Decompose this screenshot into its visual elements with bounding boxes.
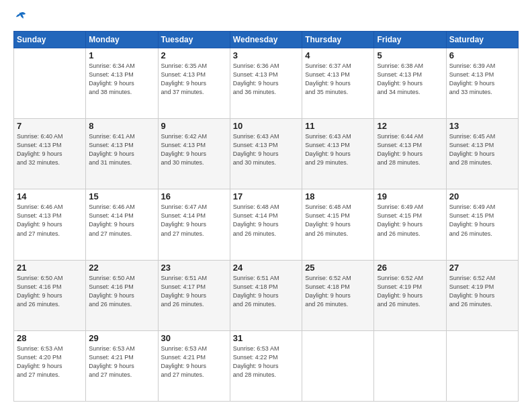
day-info: Sunrise: 6:41 AM Sunset: 4:13 PM Dayligh… — [89, 132, 154, 167]
calendar-cell: 17Sunrise: 6:48 AM Sunset: 4:14 PM Dayli… — [230, 189, 302, 260]
day-number: 21 — [17, 263, 83, 273]
day-number: 26 — [377, 263, 443, 273]
calendar-cell: 11Sunrise: 6:43 AM Sunset: 4:13 PM Dayli… — [302, 119, 374, 189]
day-info: Sunrise: 6:50 AM Sunset: 4:16 PM Dayligh… — [89, 274, 154, 309]
day-info: Sunrise: 6:46 AM Sunset: 4:13 PM Dayligh… — [17, 203, 83, 238]
calendar-cell: 13Sunrise: 6:45 AM Sunset: 4:13 PM Dayli… — [446, 119, 518, 189]
column-header-sunday: Sunday — [14, 32, 86, 48]
calendar-cell: 23Sunrise: 6:51 AM Sunset: 4:17 PM Dayli… — [158, 260, 230, 330]
calendar-cell: 5Sunrise: 6:38 AM Sunset: 4:13 PM Daylig… — [374, 48, 446, 119]
day-info: Sunrise: 6:43 AM Sunset: 4:13 PM Dayligh… — [233, 132, 299, 167]
calendar-cell: 21Sunrise: 6:50 AM Sunset: 4:16 PM Dayli… — [14, 260, 86, 330]
day-number: 14 — [17, 191, 83, 201]
day-number: 15 — [89, 191, 154, 201]
calendar-cell: 15Sunrise: 6:46 AM Sunset: 4:14 PM Dayli… — [86, 189, 158, 260]
day-info: Sunrise: 6:53 AM Sunset: 4:22 PM Dayligh… — [233, 345, 299, 379]
day-info: Sunrise: 6:39 AM Sunset: 4:13 PM Dayligh… — [449, 62, 515, 97]
day-number: 29 — [89, 333, 154, 343]
day-number: 18 — [305, 191, 371, 201]
day-info: Sunrise: 6:34 AM Sunset: 4:13 PM Dayligh… — [89, 62, 154, 97]
day-number: 2 — [161, 50, 227, 60]
calendar-cell: 25Sunrise: 6:52 AM Sunset: 4:18 PM Dayli… — [302, 260, 374, 330]
day-info: Sunrise: 6:51 AM Sunset: 4:17 PM Dayligh… — [161, 274, 227, 309]
calendar-cell — [302, 330, 374, 401]
day-info: Sunrise: 6:44 AM Sunset: 4:13 PM Dayligh… — [377, 132, 443, 167]
day-number: 22 — [89, 263, 154, 273]
week-row-4: 21Sunrise: 6:50 AM Sunset: 4:16 PM Dayli… — [14, 260, 519, 330]
calendar-cell: 2Sunrise: 6:35 AM Sunset: 4:13 PM Daylig… — [158, 48, 230, 119]
column-header-monday: Monday — [86, 32, 158, 48]
day-number: 16 — [161, 191, 227, 201]
day-info: Sunrise: 6:40 AM Sunset: 4:13 PM Dayligh… — [17, 132, 83, 167]
day-number: 6 — [449, 50, 515, 60]
day-info: Sunrise: 6:49 AM Sunset: 4:15 PM Dayligh… — [449, 203, 515, 238]
calendar-cell: 10Sunrise: 6:43 AM Sunset: 4:13 PM Dayli… — [230, 119, 302, 189]
day-number: 20 — [449, 191, 515, 201]
calendar-cell: 12Sunrise: 6:44 AM Sunset: 4:13 PM Dayli… — [374, 119, 446, 189]
day-info: Sunrise: 6:48 AM Sunset: 4:14 PM Dayligh… — [233, 203, 299, 238]
day-info: Sunrise: 6:49 AM Sunset: 4:15 PM Dayligh… — [377, 203, 443, 238]
day-number: 25 — [305, 263, 371, 273]
day-number: 11 — [305, 121, 371, 131]
calendar-cell: 16Sunrise: 6:47 AM Sunset: 4:14 PM Dayli… — [158, 189, 230, 260]
calendar-cell — [14, 48, 86, 119]
calendar-cell: 6Sunrise: 6:39 AM Sunset: 4:13 PM Daylig… — [446, 48, 518, 119]
calendar-cell: 1Sunrise: 6:34 AM Sunset: 4:13 PM Daylig… — [86, 48, 158, 119]
day-number: 8 — [89, 121, 154, 131]
day-info: Sunrise: 6:35 AM Sunset: 4:13 PM Dayligh… — [161, 62, 227, 97]
calendar-cell: 29Sunrise: 6:53 AM Sunset: 4:21 PM Dayli… — [86, 330, 158, 401]
day-info: Sunrise: 6:48 AM Sunset: 4:15 PM Dayligh… — [305, 203, 371, 238]
day-info: Sunrise: 6:53 AM Sunset: 4:21 PM Dayligh… — [161, 345, 227, 379]
day-number: 23 — [161, 263, 227, 273]
day-number: 12 — [377, 121, 443, 131]
week-row-1: 1Sunrise: 6:34 AM Sunset: 4:13 PM Daylig… — [14, 48, 519, 119]
day-number: 17 — [233, 191, 299, 201]
calendar-cell: 9Sunrise: 6:42 AM Sunset: 4:13 PM Daylig… — [158, 119, 230, 189]
calendar-table: SundayMondayTuesdayWednesdayThursdayFrid… — [13, 31, 519, 402]
header — [13, 12, 519, 24]
day-number: 31 — [233, 333, 299, 343]
calendar-cell: 18Sunrise: 6:48 AM Sunset: 4:15 PM Dayli… — [302, 189, 374, 260]
day-number: 4 — [305, 50, 371, 60]
calendar-cell: 31Sunrise: 6:53 AM Sunset: 4:22 PM Dayli… — [230, 330, 302, 401]
day-info: Sunrise: 6:47 AM Sunset: 4:14 PM Dayligh… — [161, 203, 227, 238]
column-header-wednesday: Wednesday — [230, 32, 302, 48]
day-number: 24 — [233, 263, 299, 273]
day-info: Sunrise: 6:38 AM Sunset: 4:13 PM Dayligh… — [377, 62, 443, 97]
column-header-saturday: Saturday — [446, 32, 518, 48]
column-header-tuesday: Tuesday — [158, 32, 230, 48]
day-info: Sunrise: 6:42 AM Sunset: 4:13 PM Dayligh… — [161, 132, 227, 167]
calendar-cell: 14Sunrise: 6:46 AM Sunset: 4:13 PM Dayli… — [14, 189, 86, 260]
calendar-cell: 26Sunrise: 6:52 AM Sunset: 4:19 PM Dayli… — [374, 260, 446, 330]
calendar-cell: 28Sunrise: 6:53 AM Sunset: 4:20 PM Dayli… — [14, 330, 86, 401]
day-number: 19 — [377, 191, 443, 201]
day-number: 13 — [449, 121, 515, 131]
logo-bird-icon — [15, 11, 27, 23]
day-number: 27 — [449, 263, 515, 273]
day-number: 30 — [161, 333, 227, 343]
day-info: Sunrise: 6:46 AM Sunset: 4:14 PM Dayligh… — [89, 203, 154, 238]
day-info: Sunrise: 6:52 AM Sunset: 4:19 PM Dayligh… — [377, 274, 443, 309]
day-info: Sunrise: 6:51 AM Sunset: 4:18 PM Dayligh… — [233, 274, 299, 309]
calendar-cell: 7Sunrise: 6:40 AM Sunset: 4:13 PM Daylig… — [14, 119, 86, 189]
page: SundayMondayTuesdayWednesdayThursdayFrid… — [0, 0, 532, 411]
logo — [13, 12, 27, 24]
calendar-cell — [374, 330, 446, 401]
day-number: 1 — [89, 50, 154, 60]
calendar-cell: 19Sunrise: 6:49 AM Sunset: 4:15 PM Dayli… — [374, 189, 446, 260]
day-info: Sunrise: 6:45 AM Sunset: 4:13 PM Dayligh… — [449, 132, 515, 167]
week-row-3: 14Sunrise: 6:46 AM Sunset: 4:13 PM Dayli… — [14, 189, 519, 260]
day-info: Sunrise: 6:53 AM Sunset: 4:21 PM Dayligh… — [89, 345, 154, 379]
day-number: 5 — [377, 50, 443, 60]
column-header-thursday: Thursday — [302, 32, 374, 48]
day-number: 28 — [17, 333, 83, 343]
day-info: Sunrise: 6:53 AM Sunset: 4:20 PM Dayligh… — [17, 345, 83, 379]
day-info: Sunrise: 6:52 AM Sunset: 4:18 PM Dayligh… — [305, 274, 371, 309]
calendar-cell: 20Sunrise: 6:49 AM Sunset: 4:15 PM Dayli… — [446, 189, 518, 260]
calendar-cell: 3Sunrise: 6:36 AM Sunset: 4:13 PM Daylig… — [230, 48, 302, 119]
day-number: 7 — [17, 121, 83, 131]
day-info: Sunrise: 6:37 AM Sunset: 4:13 PM Dayligh… — [305, 62, 371, 97]
calendar-cell: 8Sunrise: 6:41 AM Sunset: 4:13 PM Daylig… — [86, 119, 158, 189]
day-info: Sunrise: 6:36 AM Sunset: 4:13 PM Dayligh… — [233, 62, 299, 97]
header-row: SundayMondayTuesdayWednesdayThursdayFrid… — [14, 32, 519, 48]
